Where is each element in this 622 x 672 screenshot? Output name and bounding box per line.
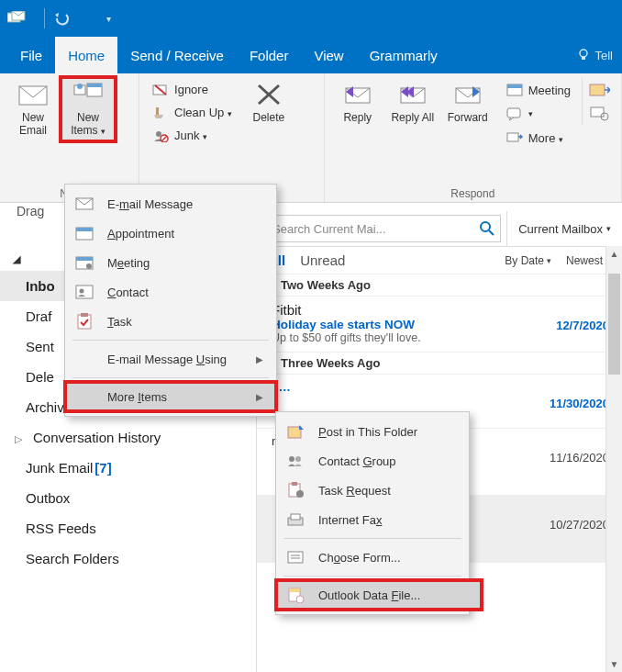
- message-item[interactable]: Fitbit Holiday sale starts NOW Up to $50…: [257, 297, 622, 353]
- menu-meeting[interactable]: Meeting: [65, 248, 276, 277]
- svg-line-14: [161, 136, 167, 141]
- svg-rect-24: [590, 84, 605, 95]
- svg-point-2: [580, 50, 587, 57]
- fax-icon: [285, 510, 305, 529]
- search-icon[interactable]: [480, 221, 494, 236]
- tab-folder[interactable]: Folder: [237, 37, 302, 73]
- group-label-respond: Respond: [330, 185, 616, 200]
- svg-rect-21: [507, 84, 522, 88]
- group-three-weeks-ago[interactable]: ◢ Three Weeks Ago: [257, 353, 622, 375]
- delete-button[interactable]: Delete: [241, 77, 296, 129]
- forward-button[interactable]: Forward: [440, 77, 495, 129]
- svg-rect-35: [78, 315, 91, 329]
- scroll-up-icon[interactable]: ▲: [606, 246, 622, 262]
- reply-button[interactable]: Reply: [330, 77, 385, 129]
- group-two-weeks-ago[interactable]: ◢ Two Weeks Ago: [257, 274, 622, 297]
- search-scope-select[interactable]: Current Mailbox▾: [506, 211, 622, 246]
- svg-point-12: [156, 131, 161, 137]
- reply-all-button[interactable]: Reply All: [385, 77, 440, 129]
- reply-all-icon: [397, 81, 428, 108]
- new-email-button[interactable]: New Email: [6, 77, 61, 141]
- meeting-icon: [74, 253, 94, 272]
- filter-unread[interactable]: Unread: [300, 252, 345, 268]
- folder-rss-feeds[interactable]: RSS Feeds: [0, 513, 256, 543]
- search-input[interactable]: Search Current Mai...: [266, 215, 501, 242]
- svg-rect-8: [87, 84, 102, 87]
- menu-contact[interactable]: Contact: [65, 277, 276, 307]
- tell-me[interactable]: Tell: [576, 37, 622, 73]
- menu-contact-group[interactable]: Contact Group: [276, 446, 482, 476]
- collapse-caret-icon: ◢: [13, 253, 20, 265]
- broom-icon: [152, 106, 169, 119]
- menu-email-using[interactable]: E-mail Message Using ▶: [65, 344, 276, 374]
- post-icon: [285, 422, 305, 441]
- app-icon: [7, 10, 28, 27]
- menu-email-message[interactable]: E-mail Message: [65, 189, 276, 218]
- menu-new-items: E-mail Message Appointment Meeting Conta…: [64, 184, 277, 417]
- svg-rect-23: [507, 133, 518, 141]
- clean-up-button[interactable]: Clean Up ▾: [149, 104, 236, 121]
- sort-newest[interactable]: Newest ↓: [566, 254, 611, 267]
- folder-outbox[interactable]: Outbox: [0, 483, 256, 513]
- svg-point-38: [289, 456, 294, 462]
- qat-customize-icon[interactable]: ▾: [98, 10, 118, 27]
- new-items-icon: [72, 81, 104, 108]
- submenu-arrow-icon: ▶: [256, 354, 263, 364]
- im-button[interactable]: ▾: [503, 105, 574, 123]
- lightbulb-icon: [576, 48, 591, 62]
- menu-appointment[interactable]: Appointment: [65, 218, 276, 248]
- ignore-button[interactable]: Ignore: [149, 81, 236, 98]
- forward-icon: [452, 81, 483, 108]
- svg-rect-11: [156, 107, 159, 115]
- move-icon[interactable]: [588, 81, 610, 97]
- tab-view[interactable]: View: [301, 37, 356, 73]
- folder-junk-email[interactable]: Junk Email[7]: [0, 453, 256, 483]
- svg-point-42: [296, 490, 304, 498]
- reply-icon: [342, 81, 373, 108]
- svg-point-32: [86, 263, 92, 269]
- more-respond-button[interactable]: More ▾: [503, 129, 574, 147]
- scrollbar[interactable]: ▲ ▼: [605, 246, 622, 672]
- ribbon-tabs: File Home Send / Receive Folder View Gra…: [0, 37, 622, 73]
- scroll-thumb[interactable]: [608, 274, 620, 375]
- folder-conversation-history[interactable]: ▷Conversation History: [0, 422, 256, 453]
- menu-internet-fax[interactable]: Internet Fax: [276, 505, 482, 534]
- sort-by-date[interactable]: By Date ▾: [505, 254, 551, 267]
- svg-line-52: [489, 230, 494, 235]
- task-request-icon: [285, 481, 305, 499]
- envelope-icon: [17, 81, 49, 108]
- menu-post-in-folder[interactable]: Post in This Folder: [276, 417, 482, 446]
- menu-more-items[interactable]: More Items ▶: [65, 382, 276, 411]
- menu-outlook-data-file[interactable]: Outlook Data File...: [276, 580, 482, 610]
- calendar-icon: [74, 224, 94, 242]
- delete-x-icon: [253, 81, 284, 108]
- svg-rect-49: [289, 588, 300, 592]
- svg-rect-37: [288, 427, 301, 438]
- contact-icon: [74, 283, 94, 301]
- form-icon: [285, 548, 305, 566]
- junk-button[interactable]: Junk ▾: [149, 127, 236, 144]
- menu-choose-form[interactable]: Choose Form...: [276, 543, 482, 572]
- envelope-icon: [74, 195, 94, 213]
- undo-icon[interactable]: [52, 10, 72, 27]
- quick-access-toolbar: ▾: [0, 0, 622, 37]
- svg-point-34: [80, 289, 84, 294]
- meeting-button[interactable]: Meeting: [503, 81, 574, 99]
- menu-task-request[interactable]: Task Request: [276, 476, 482, 505]
- tab-grammarly[interactable]: Grammarly: [357, 37, 450, 73]
- svg-point-39: [295, 456, 301, 462]
- folder-search-folders[interactable]: Search Folders: [0, 543, 256, 574]
- new-items-button[interactable]: New Items ▾: [61, 77, 116, 141]
- scroll-down-icon[interactable]: ▼: [606, 656, 622, 672]
- menu-task[interactable]: Task: [65, 307, 276, 336]
- tab-send-receive[interactable]: Send / Receive: [117, 37, 237, 73]
- svg-rect-22: [507, 108, 520, 118]
- tab-file[interactable]: File: [7, 37, 55, 73]
- svg-rect-44: [291, 514, 300, 520]
- svg-rect-25: [591, 107, 604, 117]
- svg-point-6: [77, 84, 83, 89]
- tab-home[interactable]: Home: [55, 37, 117, 73]
- im-icon: [506, 106, 523, 121]
- rules-icon[interactable]: [588, 105, 610, 121]
- group-icon: [285, 452, 305, 470]
